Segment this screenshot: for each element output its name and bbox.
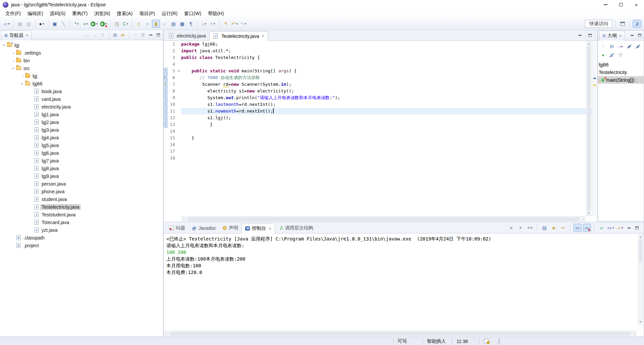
dropdown-icon[interactable]: ▾ [213,22,215,25]
scrollbar-thumb[interactable] [639,239,642,263]
code-line-11[interactable]: 11 s1.nowmonth=rd.nextInt(); [164,108,597,115]
scrollbar-thumb[interactable] [587,46,590,212]
menu-item-5[interactable]: 搜索(A) [114,10,136,17]
tab-close-icon[interactable]: × [269,226,271,231]
tree-item-book-java[interactable]: Jbook.java [0,87,163,95]
open-perspective-button[interactable] [618,20,627,28]
expander-icon[interactable]: › [2,43,7,48]
toolbar-snippet-pen-button[interactable]: ╲ [59,20,67,28]
navigator-view-menu-button[interactable]: ▽ [140,32,146,39]
toolbar-show-pilcrow-button[interactable]: ¶ [187,20,195,28]
outline-item-Testelectricity[interactable]: Testelectricity [598,68,644,76]
tree-item--settings[interactable]: ›.settings [0,49,163,57]
warning-marker-icon[interactable]: ⚠ [164,82,166,86]
dropdown-icon[interactable]: ▾ [127,22,128,25]
code-line-17[interactable]: 17 [164,148,597,155]
console-tab-decl[interactable]: 声明 [219,223,241,233]
outline-minimize-button[interactable] [629,32,635,39]
outline-close-icon[interactable]: × [619,33,622,38]
toolbar-run-button[interactable]: ▶▾ [90,20,99,28]
navigator-link-with-editor-button[interactable]: ⇄ [119,32,126,39]
toolbar-open-type-button[interactable]: ◇ [135,20,143,28]
outline-collapse-all-button[interactable]: ⊟ [608,43,615,50]
toolbar-next-match-button[interactable]: ▹ [161,20,169,28]
tree-item-student-java[interactable]: Jstudent.java [0,195,163,203]
code-line-13[interactable]: 13 } [164,121,597,128]
tree-item-lgj66[interactable]: ›lgj66 [0,80,163,87]
toolbar-show-whitespace-button[interactable]: ▦ [178,20,186,28]
tree-item-card-java[interactable]: Jcard.java [0,95,163,103]
toolbar-new-class-button[interactable]: C▾ [121,20,129,28]
code-line-1[interactable]: 1package lgj66; [164,41,597,48]
tree-item--classpath[interactable]: X.classpath [0,234,163,242]
tree-item-Tstecard-java[interactable]: JTstecard.java [0,218,163,226]
dropdown-icon[interactable]: ▾ [245,22,247,25]
toolbar-new-java-project-button[interactable]: ◳ [113,20,121,28]
warning-overview-mark[interactable] [593,84,596,86]
toolbar-prev-annotation-button[interactable]: ↑▾ [209,20,217,28]
dropdown-icon[interactable]: ▾ [77,22,78,25]
console-remove-all-launches-button[interactable]: ×× [526,224,534,232]
console-remove-launch-button[interactable]: × [517,224,525,232]
toolbar-new-wizard-button[interactable]: ▱▾ [3,20,11,28]
navigator-tab[interactable]: ⊞ 导航器 × [1,30,32,40]
navigator-collapse-all-button[interactable]: ⊟ [112,32,118,39]
code-line-6[interactable]: ✓6 // TODO 自动生成的方法存根 [164,74,597,81]
outline-hide-fields-button[interactable]: ● [626,43,633,50]
tree-item-lgj7-java[interactable]: Jlgj7.java [0,157,163,164]
quick-access-box[interactable]: 快速访问 [585,20,612,28]
toolbar-search-button[interactable]: ○ [143,20,151,28]
editor-overview-ruler[interactable] [592,41,597,216]
dropdown-icon[interactable]: ▾ [106,22,107,25]
tree-item-Testelectricity-java[interactable]: JTestelectricity.java [0,203,163,211]
menu-item-9[interactable]: 帮助(H) [205,10,227,17]
tree-item-lgj2-java[interactable]: Jlgj2.java [0,118,163,126]
expander-icon[interactable]: › [11,50,16,56]
outline-focus-button[interactable]: ∵ [599,43,607,50]
scrollbar-thumb[interactable] [170,332,631,336]
console-pin-console-button[interactable]: ▱ [597,224,605,232]
close-button[interactable]: × [629,0,644,9]
console-show-on-stdout-button[interactable]: ▭ [574,224,582,232]
status-edit-icon[interactable] [484,339,489,343]
editor-vertical-scrollbar[interactable]: ▲ ▼ [586,41,591,216]
code-line-18[interactable]: 18 [164,155,597,161]
expander-icon[interactable]: › [20,81,25,86]
tree-item-person-java[interactable]: Jperson.java [0,180,163,188]
tree-item-Teststudent-java[interactable]: JTeststudent.java [0,211,163,218]
tree-item-phone-java[interactable]: Jphone.java [0,188,163,195]
console-maximize-button[interactable] [634,224,640,231]
tree-item-lgj4-java[interactable]: Jlgj4.java [0,134,163,141]
tree-item-lgj6-java[interactable]: Jlgj6.java [0,149,163,157]
scrollbar-thumb[interactable] [187,217,580,221]
outline-show-public-only-button[interactable]: ● [599,51,607,59]
code-line-8[interactable]: 8 electricity s1=new electricity(); [164,88,597,94]
menu-item-8[interactable]: 窗口(W) [181,10,205,17]
tree-item--project[interactable]: X.project [0,242,163,249]
outline-view-menu-button[interactable]: ▽ [617,51,624,59]
dropdown-icon[interactable]: ▾ [205,22,206,25]
code-line-14[interactable]: 14 [164,128,597,135]
console-display-selected-console-button[interactable]: ▭▾ [607,224,615,232]
code-line-12[interactable]: 12 s1.lgj(); [164,115,597,121]
navigator-minimize-button[interactable] [147,32,154,39]
tab-close-icon[interactable]: × [262,33,264,39]
code-line-4[interactable]: 4 [164,61,597,68]
dropdown-icon[interactable]: ▾ [622,226,623,229]
expander-icon[interactable]: › [20,73,25,79]
console-clear-console-button[interactable]: ▤ [540,224,548,232]
console-word-wrap-button[interactable]: ↵ [559,224,567,232]
scroll-right-icon[interactable]: › [581,217,586,221]
scroll-right-icon[interactable]: › [632,331,637,336]
code-line-9[interactable]: 9 System.out.println("请输入上月电表读数和本月电表读数:"… [164,94,597,101]
toolbar-open-console-button[interactable]: ▣ [51,20,59,28]
code-line-16[interactable]: 16 [164,141,597,148]
menu-item-6[interactable]: 项目(P) [136,10,158,17]
dropdown-icon[interactable]: ▾ [96,22,98,25]
outline-item-main-String-[interactable]: S⚠main(String[]) : [598,76,644,84]
console-open-console-button[interactable]: ▱▾ [616,224,624,232]
dropdown-icon[interactable]: ▾ [43,22,44,25]
tree-item-bin[interactable]: ›bin [0,57,163,64]
scroll-up-icon[interactable]: ▲ [587,42,591,45]
scroll-left-icon[interactable]: ‹ [164,331,169,336]
